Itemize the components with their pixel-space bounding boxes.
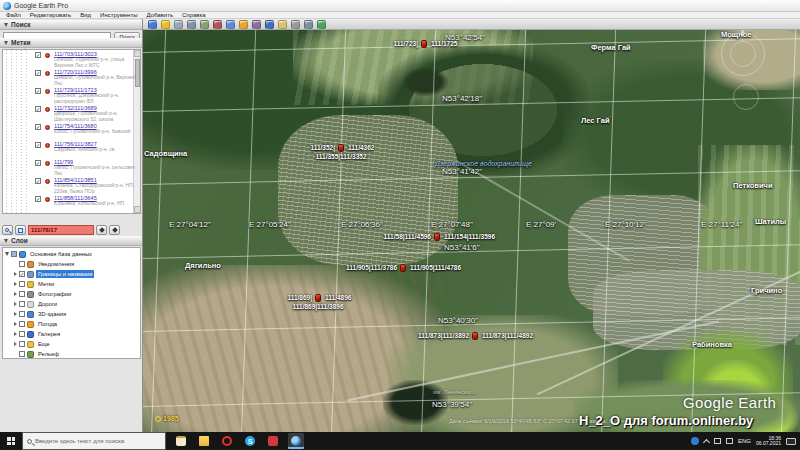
layer-checkbox[interactable] (19, 351, 25, 357)
expand-arrow-icon[interactable] (14, 342, 17, 346)
layer-checkbox[interactable] (19, 291, 25, 297)
tray-app-icon[interactable] (691, 437, 699, 445)
explorer-app-icon[interactable] (196, 433, 212, 449)
placemark-pin-icon[interactable] (338, 144, 344, 152)
menu-item-редактировать[interactable]: Редактировать (30, 12, 71, 19)
add-path-icon[interactable] (187, 20, 196, 29)
ruler-icon[interactable] (265, 20, 274, 29)
grid-coordinate-label: E 27°04'12" (169, 220, 211, 229)
expand-arrow-icon[interactable] (14, 302, 17, 306)
layer-checkbox[interactable] (19, 321, 25, 327)
layer-checkbox[interactable] (19, 261, 25, 267)
menu-item-инструменты[interactable]: Инструменты (100, 12, 137, 19)
placemark-pin-icon[interactable] (315, 294, 321, 302)
layer-icon (27, 351, 34, 358)
place-checkbox[interactable]: ✓ (35, 70, 41, 76)
layer-row-рельеф[interactable]: Рельеф (3, 349, 140, 359)
place-name-label: Гричино (751, 286, 782, 295)
volume-icon[interactable] (726, 438, 733, 444)
place-checkbox[interactable]: ✓ (35, 88, 41, 94)
layer-checkbox[interactable] (19, 331, 25, 337)
sunlight-icon[interactable] (239, 20, 248, 29)
places-find-input[interactable] (28, 225, 94, 235)
place-checkbox[interactable]: ✓ (35, 52, 41, 58)
menu-item-вид[interactable]: Вид (80, 12, 91, 19)
expand-arrow-icon[interactable] (14, 332, 17, 336)
explorer-app-icon (199, 436, 209, 446)
find-search-button[interactable] (2, 225, 13, 235)
layer-row-дороги[interactable]: Дороги (3, 299, 140, 309)
layer-row-галерея[interactable]: Галерея (3, 329, 140, 339)
placemark-pin-icon[interactable] (421, 40, 427, 48)
placemark-pin-icon[interactable] (400, 264, 406, 272)
layer-row-метки[interactable]: Метки (3, 279, 140, 289)
place-checkbox[interactable]: ✓ (35, 178, 41, 184)
store-app-icon[interactable] (173, 433, 189, 449)
taskbar-search[interactable]: Введите здесь текст для поиска (22, 432, 166, 450)
google-earth-app-icon[interactable] (288, 433, 304, 449)
menu-item-файл[interactable]: Файл (6, 12, 21, 19)
layers-panel-header[interactable]: Слои (0, 236, 142, 246)
menu-item-добавить[interactable]: Добавить (147, 12, 174, 19)
email-icon[interactable] (278, 20, 287, 29)
language-indicator[interactable]: ENG (738, 438, 751, 444)
satellite-map[interactable]: E 27°04'12"E 27°05'24"E 27°06'36"E 27°07… (143, 30, 800, 432)
record-tour-icon[interactable] (213, 20, 222, 29)
search-panel-header[interactable]: Поиск (0, 20, 142, 30)
placemark-pin-icon[interactable] (434, 233, 440, 241)
layer-checkbox[interactable]: ✓ (19, 271, 25, 277)
layer-row-уведомления[interactable]: Уведомления (3, 259, 140, 269)
expand-arrow-icon[interactable] (14, 272, 17, 276)
historical-imagery-icon[interactable] (226, 20, 235, 29)
placemark-dot-icon (45, 125, 50, 130)
planets-icon[interactable] (252, 20, 261, 29)
layer-row-погода[interactable]: Погода (3, 319, 140, 329)
layer-row-3d-здания[interactable]: 3D-здания (3, 309, 140, 319)
find-panel-button[interactable] (15, 225, 26, 235)
places-panel-header[interactable]: Метки (0, 38, 142, 48)
tray-expand-icon[interactable] (703, 438, 710, 445)
layer-checkbox[interactable] (19, 341, 25, 347)
place-name-label: им. Ленинского (433, 389, 476, 395)
add-image-overlay-icon[interactable] (200, 20, 209, 29)
add-placemark-icon[interactable] (161, 20, 170, 29)
layer-row-фотографии[interactable]: Фотографии (3, 289, 140, 299)
view-in-maps-icon[interactable] (317, 20, 326, 29)
placemark-pin-icon[interactable] (472, 332, 478, 340)
layer-root-row[interactable]: Основная база данных (3, 249, 140, 259)
layer-checkbox[interactable] (19, 311, 25, 317)
opera-app-icon[interactable] (219, 433, 235, 449)
expand-arrow-icon[interactable] (5, 252, 9, 256)
find-next-button[interactable] (109, 225, 120, 235)
save-image-icon[interactable] (304, 20, 313, 29)
add-polygon-icon[interactable] (174, 20, 183, 29)
layer-row-еще[interactable]: Еще (3, 339, 140, 349)
place-item-body: 111/754/111/3680Колос, Пуховичский р-н, … (54, 123, 136, 135)
expand-arrow-icon[interactable] (14, 282, 17, 286)
find-prev-button[interactable] (96, 225, 107, 235)
sidebar-toggle-icon[interactable] (148, 20, 157, 29)
historical-imagery-indicator[interactable]: 1985 (155, 415, 179, 422)
media-app-icon[interactable] (265, 433, 281, 449)
layer-checkbox[interactable] (11, 251, 17, 257)
menu-item-справка[interactable]: Справка (182, 12, 206, 19)
taskbar-clock[interactable]: 18:36 06.07.2021 (756, 436, 781, 447)
skype-app-icon[interactable]: S (242, 433, 258, 449)
place-checkbox[interactable]: ✓ (35, 124, 41, 130)
place-checkbox[interactable]: ✓ (35, 142, 41, 148)
expand-arrow-icon[interactable] (14, 312, 17, 316)
network-icon[interactable] (714, 438, 721, 444)
touch-keyboard-icon[interactable] (786, 438, 796, 445)
expand-arrow-icon[interactable] (14, 322, 17, 326)
place-checkbox[interactable]: ✓ (35, 160, 41, 166)
layer-checkbox[interactable] (19, 301, 25, 307)
layer-row-границы и названия[interactable]: ✓Границы и названия (3, 269, 140, 279)
layer-checkbox[interactable] (19, 281, 25, 287)
compass-control[interactable] (721, 32, 765, 76)
place-checkbox[interactable]: ✓ (35, 196, 41, 202)
expand-arrow-icon[interactable] (14, 292, 17, 296)
print-icon[interactable] (291, 20, 300, 29)
place-checkbox[interactable]: ✓ (35, 106, 41, 112)
move-joystick-control[interactable] (733, 84, 759, 110)
start-button[interactable] (0, 432, 22, 450)
